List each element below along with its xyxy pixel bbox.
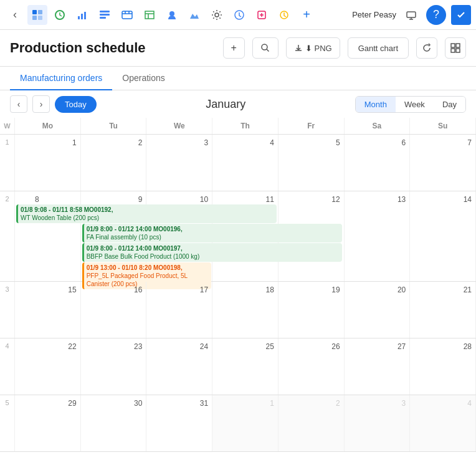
nav-icon-4[interactable] bbox=[95, 5, 115, 25]
cal-cell-we4[interactable]: 24 bbox=[146, 338, 212, 395]
week-num-2: 2 bbox=[0, 191, 15, 281]
calendar: W Mo Tu We Th Fr Sa Su 1 1 2 3 4 5 6 7 2… bbox=[0, 118, 476, 452]
svg-rect-6 bbox=[81, 14, 83, 19]
page-title: Production schedule bbox=[10, 40, 216, 56]
grid-view-button[interactable] bbox=[445, 37, 466, 59]
cal-cell-su2[interactable]: 14 bbox=[410, 191, 476, 281]
cal-cell-mo5[interactable]: 29 bbox=[15, 395, 81, 451]
week-num-3: 3 bbox=[0, 282, 15, 338]
nav-icon-9[interactable] bbox=[207, 5, 227, 25]
week-num-4: 4 bbox=[0, 338, 15, 395]
cal-cell-fr3[interactable]: 19 bbox=[278, 282, 345, 338]
svg-rect-11 bbox=[122, 11, 132, 19]
svg-rect-7 bbox=[84, 12, 86, 19]
refresh-button[interactable] bbox=[416, 37, 437, 59]
day-header-sa: Sa bbox=[345, 118, 411, 134]
day-header-mo: Mo bbox=[15, 118, 81, 134]
week-num-1: 1 bbox=[0, 135, 15, 191]
nav-icon-11[interactable] bbox=[252, 5, 272, 25]
cal-cell-we1[interactable]: 3 bbox=[146, 135, 212, 191]
cal-cell-fr5[interactable]: 2 bbox=[278, 395, 345, 451]
svg-rect-10 bbox=[100, 17, 106, 19]
cal-cell-fr4[interactable]: 26 bbox=[278, 338, 345, 395]
cal-cell-mo3[interactable]: 15 bbox=[15, 282, 81, 338]
svg-point-13 bbox=[215, 13, 219, 17]
week-num-5: 5 bbox=[0, 395, 15, 451]
gantt-label: Gantt chart bbox=[358, 44, 398, 53]
cal-cell-sa2[interactable]: 13 bbox=[345, 191, 411, 281]
today-button[interactable]: Today bbox=[55, 96, 97, 113]
cal-cell-th3[interactable]: 18 bbox=[212, 282, 278, 338]
cal-cell-th1[interactable]: 4 bbox=[212, 135, 278, 191]
cal-cell-su3[interactable]: 21 bbox=[410, 282, 476, 338]
svg-rect-20 bbox=[456, 44, 460, 47]
svg-rect-8 bbox=[100, 11, 110, 12]
day-header-tu: Tu bbox=[81, 118, 147, 134]
view-week-button[interactable]: Week bbox=[396, 97, 434, 112]
gantt-chart-button[interactable]: Gantt chart bbox=[348, 37, 409, 59]
nav-back-icon[interactable]: ‹ bbox=[5, 5, 25, 25]
nav-add-icon[interactable]: + bbox=[297, 5, 317, 25]
todo-icon[interactable] bbox=[451, 5, 471, 25]
svg-rect-19 bbox=[451, 44, 455, 47]
svg-point-18 bbox=[262, 44, 267, 50]
top-nav: ‹ + Peter Peasy ? bbox=[0, 0, 476, 30]
search-button[interactable] bbox=[252, 37, 278, 59]
tabs: Manufacturing orders Operations bbox=[0, 67, 476, 90]
prev-icon: ‹ bbox=[17, 99, 21, 109]
nav-icon-2[interactable] bbox=[50, 5, 70, 25]
cal-cell-sa4[interactable]: 27 bbox=[345, 338, 411, 395]
cal-cell-th4[interactable]: 25 bbox=[212, 338, 278, 395]
nav-icon-7[interactable] bbox=[162, 5, 182, 25]
nav-icon-10[interactable] bbox=[229, 5, 249, 25]
cal-cell-su5[interactable]: 4 bbox=[410, 395, 476, 451]
calendar-controls: ‹ › Today January Month Week Day bbox=[0, 90, 476, 118]
cal-cell-sa1[interactable]: 6 bbox=[345, 135, 411, 191]
cal-cell-su1[interactable]: 7 bbox=[410, 135, 476, 191]
cal-cell-tu5[interactable]: 30 bbox=[81, 395, 147, 451]
nav-icon-12[interactable] bbox=[274, 5, 294, 25]
cal-cell-tu1[interactable]: 2 bbox=[81, 135, 147, 191]
cal-cell-sa5[interactable]: 3 bbox=[345, 395, 411, 451]
cal-cell-th5[interactable]: 1 bbox=[212, 395, 278, 451]
cal-cell-tu4[interactable]: 23 bbox=[81, 338, 147, 395]
cal-cell-mo4[interactable]: 22 bbox=[15, 338, 81, 395]
event-mo00197[interactable]: 01/9 8:00 - 01/12 14:00 MO00197, BBFP Ba… bbox=[82, 243, 343, 262]
cal-cell-fr1[interactable]: 5 bbox=[278, 135, 345, 191]
cal-cell-tu3[interactable]: 16 bbox=[81, 282, 147, 338]
svg-rect-3 bbox=[38, 16, 42, 20]
event-mo00196[interactable]: 01/9 8:00 - 01/12 14:00 MO00196, FA Fina… bbox=[82, 224, 343, 242]
cal-cell-su4[interactable]: 28 bbox=[410, 338, 476, 395]
device-icon[interactable] bbox=[401, 5, 421, 25]
svg-rect-1 bbox=[38, 10, 42, 14]
cal-cell-we5[interactable]: 31 bbox=[146, 395, 212, 451]
day-header-we: We bbox=[146, 118, 212, 134]
week-row-5: 5 29 30 31 1 2 3 4 bbox=[0, 395, 476, 452]
nav-icon-1[interactable] bbox=[27, 5, 47, 25]
tab-manufacturing-orders[interactable]: Manufacturing orders bbox=[10, 67, 112, 90]
refresh-icon bbox=[422, 43, 432, 53]
week-row-1: 1 1 2 3 4 5 6 7 bbox=[0, 135, 476, 191]
svg-rect-17 bbox=[407, 12, 416, 17]
nav-icon-5[interactable] bbox=[117, 5, 137, 25]
add-button[interactable]: + bbox=[223, 37, 245, 59]
next-icon: › bbox=[40, 99, 43, 109]
next-month-button[interactable]: › bbox=[32, 95, 50, 113]
nav-icon-3[interactable] bbox=[72, 5, 92, 25]
help-icon[interactable]: ? bbox=[426, 5, 446, 25]
add-icon: + bbox=[231, 42, 237, 54]
view-month-button[interactable]: Month bbox=[356, 97, 396, 112]
cal-cell-we3[interactable]: 17 bbox=[146, 282, 212, 338]
nav-icon-6[interactable] bbox=[140, 5, 159, 25]
view-day-button[interactable]: Day bbox=[434, 97, 465, 112]
cal-cell-sa3[interactable]: 20 bbox=[345, 282, 411, 338]
nav-icon-8[interactable] bbox=[184, 5, 204, 25]
page-header: Production schedule + ⬇ PNG Gantt chart bbox=[0, 30, 476, 67]
svg-rect-9 bbox=[100, 14, 110, 16]
prev-month-button[interactable]: ‹ bbox=[10, 95, 27, 113]
cal-cell-mo1[interactable]: 1 bbox=[15, 135, 81, 191]
tab-operations[interactable]: Operations bbox=[112, 67, 174, 90]
export-png-button[interactable]: ⬇ PNG bbox=[286, 37, 340, 59]
day-header-th: Th bbox=[212, 118, 278, 134]
event-mo00192[interactable]: 01/8 9:08 - 01/11 8:58 MO00192, WT Woode… bbox=[16, 204, 277, 223]
